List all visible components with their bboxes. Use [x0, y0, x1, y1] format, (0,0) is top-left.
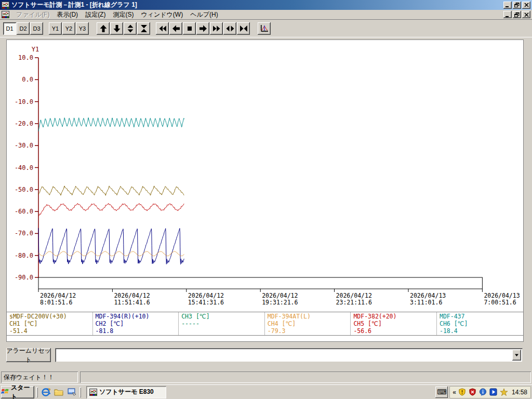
x-tick-date: 2026/04/13 [484, 292, 520, 299]
series-line-ch4 [38, 251, 184, 257]
arrow-up-button[interactable] [97, 22, 110, 35]
y-tick-label: -30.0 [15, 142, 33, 149]
child-window-icon [1, 11, 9, 19]
series-line-ch6 [38, 118, 184, 131]
tray-shield-yellow-icon[interactable] [458, 388, 467, 396]
legend-channel-label: CH2 [℃] [96, 320, 179, 327]
quicklaunch-show-desktop-icon[interactable] [66, 387, 77, 398]
collapse-vertical-button[interactable] [137, 22, 150, 35]
legend-title: MDF-394(R)(+10) [96, 313, 179, 320]
alarm-reset-button[interactable]: アラームリセット [6, 348, 51, 362]
x-tick-date: 2026/04/12 [188, 292, 224, 299]
series-line-ch5 [38, 203, 184, 216]
y-tick-label: -40.0 [15, 164, 33, 171]
series-line-ch1 [38, 186, 184, 195]
status-message: 保存ウェイト！！ [1, 371, 78, 383]
menu-bar: ファイル(F)表示(D)設定(Z)測定(S)ウィンドウ(W)ヘルプ(H) [0, 10, 532, 20]
graph-tool-button[interactable] [258, 22, 271, 35]
quicklaunch-folder-icon[interactable] [53, 387, 64, 398]
alarm-combo-input[interactable] [57, 350, 512, 361]
axis-select-button-y3[interactable]: Y3 [76, 22, 89, 35]
menu-item-3[interactable]: 測定(S) [109, 9, 137, 20]
taskbar-gripper [79, 387, 81, 397]
window-minimize-button[interactable] [503, 2, 512, 9]
window-restore-button[interactable] [513, 2, 521, 9]
child-window-minimize-button[interactable] [503, 11, 512, 18]
data-select-button-d2[interactable]: D2 [17, 22, 30, 35]
taskbar-clock: 14:58 [512, 389, 527, 396]
x-tick-time: 8:01:51.6 [40, 299, 72, 306]
x-tick-date: 2026/04/12 [114, 292, 150, 299]
window-title: ソフトサーモ計測－計測1 - [折れ線グラフ 1] [11, 1, 503, 9]
tray-star-icon[interactable] [500, 388, 508, 396]
legend-cell-ch4: MDF-394AT(L)CH4 [℃]-79.3 [265, 312, 351, 335]
menu-item-4[interactable]: ウィンドウ(W) [137, 9, 187, 20]
taskbar-task-button[interactable]: ソフトサーモ E830 [86, 386, 166, 398]
window-close-button[interactable] [522, 2, 530, 9]
expand-vertical-button[interactable] [124, 22, 137, 35]
arrow-left-button[interactable] [169, 22, 182, 35]
windows-logo-icon [1, 388, 9, 396]
chevron-down-icon [514, 353, 519, 357]
line-chart: Y110.00.0-10.0-20.0-30.0-40.0-50.0-60.0-… [7, 40, 523, 312]
tray-info-balloon-icon[interactable] [479, 388, 487, 396]
start-button[interactable]: スタート [1, 386, 34, 398]
system-tray: « 14:58 [449, 386, 531, 398]
alarm-combobox[interactable] [55, 348, 523, 362]
keyboard-layout-icon[interactable]: ⌨ [435, 387, 448, 398]
quicklaunch-ie-icon[interactable] [40, 387, 51, 398]
tray-chevron[interactable]: « [453, 389, 456, 396]
legend-cell-ch5: MDF-382(+20)CH5 [℃]-56.6 [351, 312, 437, 335]
child-window-close-button[interactable] [522, 11, 530, 18]
legend-value: -51.4 [9, 327, 92, 335]
x-tick-time: 11:51:41.6 [114, 299, 150, 306]
combo-dropdown-button[interactable] [512, 350, 521, 361]
tray-shield-red-icon[interactable] [469, 388, 477, 396]
taskbar-gripper [36, 387, 38, 397]
legend-channel-label: CH6 [℃] [440, 320, 523, 327]
axis-select-button-y1[interactable]: Y1 [49, 22, 62, 35]
x-tick-time: 7:00:51.6 [484, 299, 516, 306]
fast-forward-button[interactable] [210, 22, 223, 35]
legend-title: sMDF-DC200V(+30) [9, 313, 92, 320]
legend-channel-label: CH3 [℃] [181, 313, 264, 320]
taskbar: スタート ソフトサーモ E830 ⌨ « 14:58 [0, 384, 532, 399]
rewind-button[interactable] [156, 22, 169, 35]
menu-item-5[interactable]: ヘルプ(H) [187, 9, 222, 20]
y-axis-name: Y1 [32, 46, 39, 53]
legend-value: ----- [181, 320, 264, 327]
legend-value: -56.6 [353, 327, 436, 335]
toolbar: D1D2D3Y1Y2Y3 [0, 20, 532, 37]
task-label: ソフトサーモ E830 [99, 388, 154, 396]
start-label: スタート [11, 383, 34, 399]
y-tick-label: 10.0 [18, 54, 33, 61]
axis-select-button-y2[interactable]: Y2 [62, 22, 75, 35]
menu-item-2[interactable]: 設定(Z) [82, 9, 109, 20]
expand-horizontal-button[interactable] [223, 22, 236, 35]
status-bar: 保存ウェイト！！ [0, 370, 532, 384]
stop-button[interactable] [183, 22, 196, 35]
legend-cell-ch6: MDF-437CH6 [℃]-18.4 [437, 312, 523, 335]
menu-item-0: ファイル(F) [12, 9, 53, 20]
time-range-box [38, 277, 482, 289]
alarm-row: アラームリセット [0, 345, 532, 366]
child-window-restore-button[interactable] [513, 11, 521, 18]
data-select-button-d3[interactable]: D3 [30, 22, 43, 35]
task-app-icon [89, 388, 97, 396]
menu-item-1[interactable]: 表示(D) [53, 9, 82, 20]
legend-channel-label: CH1 [℃] [9, 320, 92, 327]
legend-title: MDF-394AT(L) [268, 313, 351, 320]
tray-play-badge-icon[interactable] [489, 388, 498, 396]
arrow-right-button[interactable] [196, 22, 209, 35]
x-tick-time: 15:41:31.6 [188, 299, 224, 306]
y-tick-label: -50.0 [15, 186, 33, 193]
channel-legend: sMDF-DC200V(+30)CH1 [℃]-51.4MDF-394(R)(+… [7, 312, 523, 336]
collapse-horizontal-button[interactable] [237, 22, 250, 35]
y-tick-label: -70.0 [15, 230, 33, 237]
legend-channel-label: CH5 [℃] [353, 320, 436, 327]
arrow-down-button[interactable] [110, 22, 123, 35]
app-icon [1, 1, 9, 9]
data-select-button-d1[interactable]: D1 [3, 22, 16, 35]
client-area: Y110.00.0-10.0-20.0-30.0-40.0-50.0-60.0-… [0, 37, 532, 370]
y-tick-label: 0.0 [22, 76, 33, 83]
